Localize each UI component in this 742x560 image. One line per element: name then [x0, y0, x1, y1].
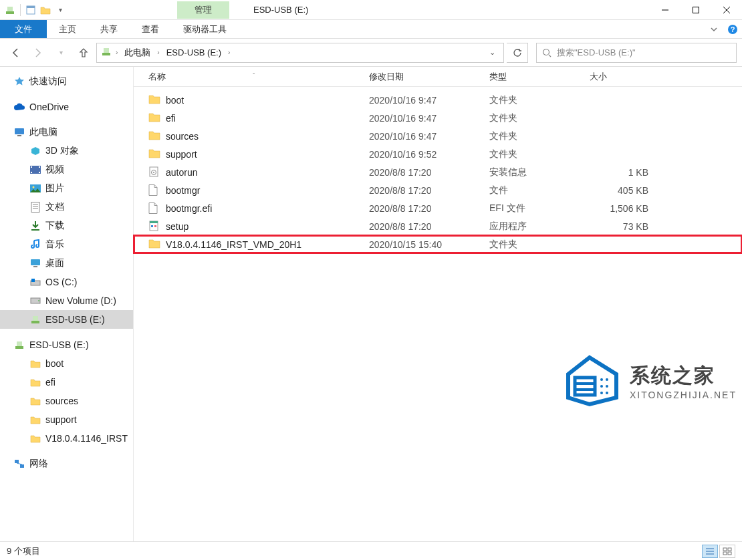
maximize-button[interactable] [681, 0, 711, 20]
ribbon-file-tab[interactable]: 文件 [0, 20, 47, 38]
thumbnails-view-button[interactable] [719, 545, 735, 558]
tree-pc-child[interactable]: 视频 [0, 160, 133, 179]
file-row[interactable]: V18.0.4.1146_IRST_VMD_20H12020/10/15 15:… [134, 235, 742, 253]
file-row[interactable]: sources2020/10/16 9:47文件夹 [134, 127, 742, 145]
svg-rect-48 [575, 378, 595, 395]
breadcrumb-pc[interactable]: 此电脑 [122, 45, 153, 60]
file-row[interactable]: autorun2020/8/8 17:20安装信息1 KB [134, 163, 742, 181]
file-type: 文件夹 [484, 111, 584, 126]
refresh-button[interactable] [507, 43, 528, 63]
file-row[interactable]: setup2020/8/8 17:20应用程序73 KB [134, 217, 742, 235]
tree-usb-child[interactable]: boot [0, 354, 133, 373]
file-row[interactable]: support2020/10/16 9:52文件夹 [134, 145, 742, 163]
tree-label: 桌面 [45, 257, 64, 269]
tree-usb-root[interactable]: ESD-USB (E:) [0, 335, 133, 354]
tree-pc-child[interactable]: New Volume (D:) [0, 291, 133, 310]
file-date: 2020/8/8 17:20 [364, 220, 484, 233]
properties-icon[interactable] [25, 4, 37, 16]
tree-usb-child[interactable]: V18.0.4.1146_IRST [0, 429, 133, 448]
tree-pc-child[interactable]: 3D 对象 [0, 142, 133, 160]
ribbon-tab-view[interactable]: 查看 [130, 20, 171, 38]
tree-pc-child[interactable]: ESD-USB (E:) [0, 310, 133, 329]
chevron-right-icon[interactable]: › [228, 49, 230, 56]
address-dropdown[interactable]: ⌄ [485, 48, 499, 57]
tree-usb-child[interactable]: support [0, 410, 133, 429]
tree-label: OneDrive [29, 102, 69, 112]
svg-rect-29 [33, 266, 37, 267]
tree-pc-child[interactable]: 桌面 [0, 254, 133, 273]
tree-quick-access[interactable]: 快速访问 [0, 72, 133, 91]
folder-icon [29, 358, 41, 370]
svg-point-54 [606, 385, 608, 388]
tree-label: OS (C:) [45, 277, 77, 287]
tree-pc-child[interactable]: 音乐 [0, 235, 133, 254]
ribbon-tab-home[interactable]: 主页 [47, 20, 88, 38]
svg-line-13 [549, 55, 551, 57]
close-button[interactable] [711, 0, 742, 20]
search-box[interactable]: 搜索"ESD-USB (E:)" [536, 43, 737, 63]
ribbon-tab-drive-tools[interactable]: 驱动器工具 [171, 20, 239, 38]
file-row[interactable]: bootmgr.efi2020/8/8 17:20EFI 文件1,506 KB [134, 199, 742, 217]
file-row[interactable]: efi2020/10/16 9:47文件夹 [134, 109, 742, 127]
folder-icon [29, 376, 41, 388]
col-type[interactable]: 类型 [484, 68, 584, 86]
minimize-button[interactable] [650, 0, 681, 20]
tree-pc-child[interactable]: 下载 [0, 217, 133, 235]
tree-pc-child[interactable]: 文档 [0, 198, 133, 217]
file-date: 2020/10/15 15:40 [364, 238, 484, 251]
history-dropdown[interactable]: ▾ [51, 43, 71, 62]
ribbon-collapse-icon[interactable] [705, 20, 723, 38]
file-type-icon [148, 130, 160, 142]
new-folder-icon[interactable] [39, 4, 51, 16]
tree-this-pc[interactable]: 此电脑 [0, 123, 133, 142]
tree-onedrive[interactable]: OneDrive [0, 98, 133, 116]
chevron-right-icon[interactable]: › [157, 49, 159, 56]
file-size: 1,506 KB [584, 202, 664, 215]
file-size [584, 243, 664, 246]
svg-rect-39 [20, 464, 24, 468]
col-date[interactable]: 修改日期 [364, 68, 484, 86]
qat-dropdown-icon[interactable]: ▾ [54, 4, 66, 16]
col-size[interactable]: 大小 [584, 68, 664, 86]
col-name[interactable]: 名称ˆ [143, 68, 364, 86]
tree-network[interactable]: 网络 [0, 454, 133, 473]
svg-rect-5 [693, 7, 699, 13]
file-date: 2020/8/8 17:20 [364, 184, 484, 197]
details-view-button[interactable] [702, 545, 718, 558]
up-button[interactable] [74, 43, 94, 62]
chevron-right-icon[interactable]: › [116, 49, 118, 56]
search-placeholder: 搜索"ESD-USB (E:)" [557, 47, 636, 59]
tree-pc-child[interactable]: 图片 [0, 179, 133, 198]
tree-label: 快速访问 [29, 76, 67, 88]
tree-label: 网络 [29, 458, 48, 470]
tree-usb-child[interactable]: sources [0, 392, 133, 410]
file-name: sources [166, 131, 199, 142]
svg-point-12 [543, 49, 549, 55]
tree-label: 音乐 [45, 239, 64, 251]
tree-label: 此电脑 [29, 126, 57, 138]
tree-item-icon [29, 239, 41, 251]
help-icon[interactable]: ? [723, 20, 742, 38]
svg-point-52 [606, 378, 608, 381]
svg-rect-46 [151, 225, 153, 227]
file-row[interactable]: bootmgr2020/8/8 17:20文件405 KB [134, 181, 742, 199]
svg-rect-60 [723, 548, 727, 551]
svg-point-53 [600, 385, 603, 388]
file-type: 安装信息 [484, 165, 584, 180]
breadcrumb-drive[interactable]: ESD-USB (E:) [164, 46, 224, 59]
contextual-tab-label[interactable]: 管理 [177, 1, 229, 19]
svg-rect-15 [17, 135, 21, 136]
tree-usb-child[interactable]: efi [0, 373, 133, 392]
ribbon-tab-share[interactable]: 共享 [88, 20, 130, 38]
file-name: bootmgr.efi [166, 203, 212, 214]
svg-point-33 [38, 300, 39, 301]
back-button[interactable] [5, 43, 25, 62]
file-list: 名称ˆ 修改日期 类型 大小 boot2020/10/16 9:47文件夹efi… [134, 67, 742, 541]
tree-pc-child[interactable]: OS (C:) [0, 273, 133, 291]
forward-button[interactable] [28, 43, 48, 62]
file-row[interactable]: boot2020/10/16 9:47文件夹 [134, 91, 742, 109]
address-bar[interactable]: › 此电脑 › ESD-USB (E:) › ⌄ [96, 43, 504, 63]
tree-label: 3D 对象 [45, 145, 79, 157]
svg-rect-23 [31, 202, 39, 213]
svg-rect-19 [39, 166, 40, 168]
